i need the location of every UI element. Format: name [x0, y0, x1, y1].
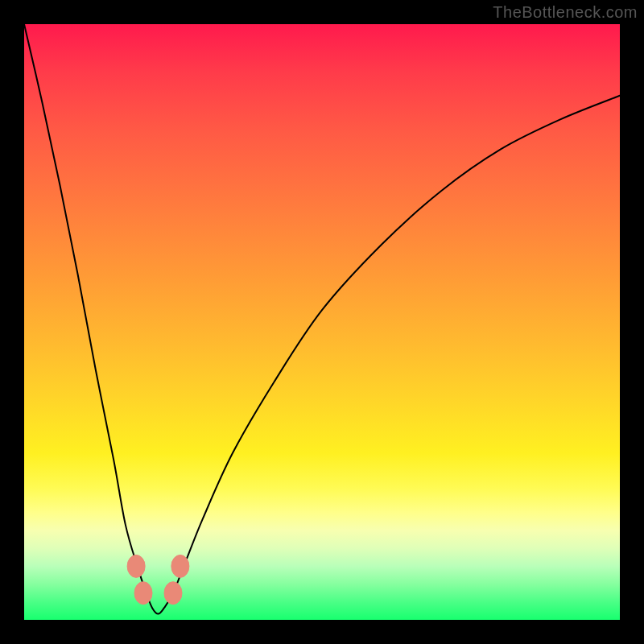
bottleneck-curve [24, 24, 620, 614]
curve-marker [164, 582, 182, 605]
curve-marker [171, 555, 189, 577]
curve-marker [134, 582, 152, 605]
curve-marker [127, 555, 145, 577]
curve-markers [127, 555, 189, 604]
chart-svg [24, 24, 620, 620]
watermark-text: TheBottleneck.com [493, 3, 638, 22]
chart-frame [24, 24, 620, 620]
